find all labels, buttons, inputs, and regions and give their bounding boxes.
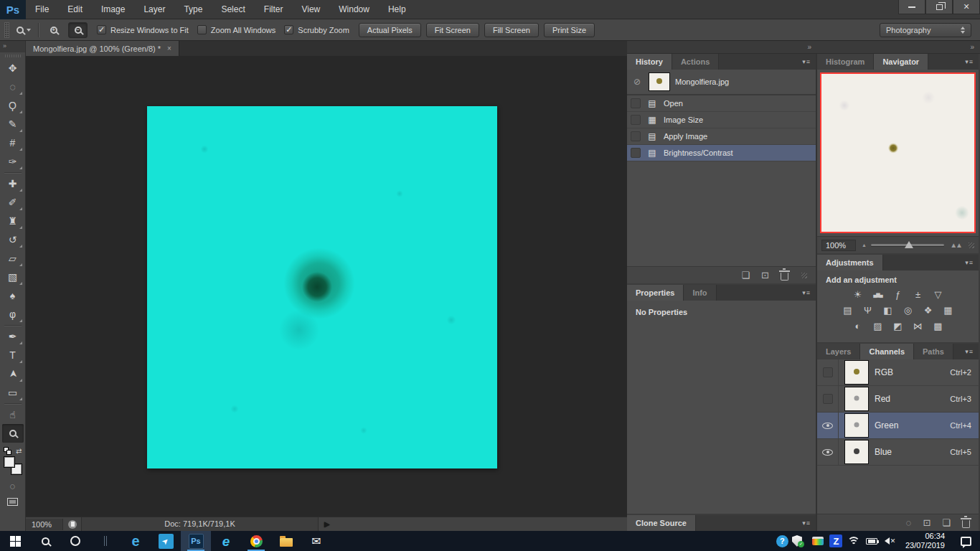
- taskbar-clock[interactable]: 06:34 23/07/2019: [899, 532, 951, 550]
- eye-icon[interactable]: [822, 423, 833, 429]
- dock-collapse-button-2[interactable]: »: [817, 41, 980, 53]
- new-document-from-state-icon[interactable]: ❏: [741, 270, 750, 281]
- levels-icon[interactable]: ▄▆▄: [870, 288, 887, 301]
- brush-tool[interactable]: ✐: [2, 193, 24, 212]
- eye-icon[interactable]: [822, 449, 833, 456]
- hidden-channel-box[interactable]: [823, 394, 833, 404]
- rectangle-tool[interactable]: ▭: [2, 383, 24, 402]
- hand-tool[interactable]: ☝: [2, 405, 24, 424]
- spot-healing-brush-tool[interactable]: ✚: [2, 174, 24, 193]
- option-scrubby-zoom[interactable]: ✓Scrubby Zoom: [284, 25, 349, 34]
- visibility-well[interactable]: [817, 413, 839, 438]
- tray-defender[interactable]: ✓: [791, 531, 809, 551]
- history-state-brightness-contrast[interactable]: ▤Brightness/Contrast: [627, 145, 816, 161]
- status-doc-sizes[interactable]: Doc: 719,1K/719,1K: [82, 517, 319, 531]
- taskbar-search-button[interactable]: [30, 531, 60, 551]
- channel-row-blue[interactable]: BlueCtrl+5: [817, 439, 979, 466]
- tab-info[interactable]: Info: [684, 285, 716, 301]
- pen-tool[interactable]: ✒: [2, 327, 24, 346]
- tab-clone-source[interactable]: Clone Source: [627, 515, 696, 531]
- blur-tool[interactable]: ♠: [2, 286, 24, 305]
- selective-color-icon[interactable]: ⋈: [910, 320, 927, 332]
- menu-help[interactable]: Help: [379, 0, 415, 19]
- restore-button[interactable]: [925, 0, 953, 14]
- posterize-icon[interactable]: ▨: [870, 320, 887, 332]
- panel-menu-icon[interactable]: ▾≡: [960, 255, 979, 270]
- hue-saturation-icon[interactable]: ▤: [839, 304, 857, 316]
- threshold-icon[interactable]: ◩: [890, 320, 907, 332]
- taskbar-photoshop[interactable]: Ps: [181, 531, 211, 551]
- tray-printer[interactable]: [809, 531, 827, 551]
- zoom-tool[interactable]: [2, 424, 24, 443]
- load-selection-icon[interactable]: ◌: [906, 517, 912, 528]
- tray-wifi[interactable]: [845, 531, 863, 551]
- zoom-out-button[interactable]: −: [68, 22, 88, 38]
- option-zoom-all-windows[interactable]: Zoom All Windows: [197, 25, 275, 34]
- menu-view[interactable]: View: [292, 0, 329, 19]
- black-white-icon[interactable]: ◧: [880, 304, 897, 316]
- tab-channels[interactable]: Channels: [860, 344, 914, 359]
- tab-adjustments[interactable]: Adjustments: [817, 255, 883, 270]
- eraser-tool[interactable]: ▱: [2, 249, 24, 268]
- menu-window[interactable]: Window: [329, 0, 379, 19]
- dodge-tool[interactable]: φ: [2, 305, 24, 324]
- swap-colors-icon[interactable]: ⇄: [16, 447, 22, 455]
- start-button[interactable]: [0, 531, 30, 551]
- tool-preset-picker[interactable]: [14, 27, 33, 34]
- workspace-switcher[interactable]: Photography: [880, 23, 971, 37]
- navigator-proxy-view[interactable]: [820, 72, 976, 233]
- tab-navigator[interactable]: Navigator: [874, 54, 928, 70]
- taskbar-edge[interactable]: e: [121, 531, 151, 551]
- panel-menu-icon[interactable]: ▾≡: [797, 54, 816, 70]
- tools-grip[interactable]: [5, 55, 21, 57]
- slider-thumb[interactable]: [905, 241, 913, 248]
- panel-resize-grip[interactable]: [801, 273, 807, 278]
- save-selection-icon[interactable]: ⊡: [923, 517, 930, 528]
- color-balance-icon[interactable]: Ψ: [859, 304, 877, 316]
- menu-filter[interactable]: Filter: [255, 0, 293, 19]
- hidden-channel-box[interactable]: [823, 367, 833, 377]
- channel-mixer-icon[interactable]: ❖: [920, 304, 937, 316]
- history-state-apply-image[interactable]: ▤Apply Image: [627, 128, 816, 145]
- action-center-button[interactable]: [951, 531, 980, 551]
- option-resize-windows-to-fit[interactable]: ✓Resize Windows to Fit: [97, 25, 189, 34]
- document-tab[interactable]: Mongolfiera.jpg @ 100% (Green/8) * ×: [26, 41, 179, 56]
- eyedropper-tool[interactable]: ✑: [2, 152, 24, 171]
- invert-icon[interactable]: ◐: [849, 320, 867, 332]
- close-button[interactable]: ✕: [953, 0, 980, 14]
- menu-layer[interactable]: Layer: [134, 0, 174, 19]
- history-brush-well[interactable]: [631, 98, 641, 108]
- move-tool[interactable]: ✥: [2, 59, 24, 77]
- color-lookup-icon[interactable]: ▦: [940, 304, 957, 316]
- tray-zonealarm[interactable]: Z: [827, 531, 845, 551]
- menu-edit[interactable]: Edit: [58, 0, 92, 19]
- visibility-well[interactable]: [817, 439, 839, 465]
- channel-row-rgb[interactable]: RGBCtrl+2: [817, 359, 979, 386]
- panel-menu-icon[interactable]: ▾≡: [797, 285, 816, 301]
- history-brush-well[interactable]: [631, 115, 641, 125]
- fill-screen-button[interactable]: Fill Screen: [484, 23, 539, 37]
- status-zoom-field[interactable]: 100%: [26, 519, 63, 530]
- default-colors-icon[interactable]: [4, 447, 11, 455]
- delete-state-icon[interactable]: [781, 273, 788, 281]
- history-state-image-size[interactable]: ▦Image Size: [627, 112, 816, 128]
- history-brush-source-icon[interactable]: ⊘: [631, 77, 644, 87]
- tab-close-icon[interactable]: ×: [167, 44, 171, 52]
- lasso-tool[interactable]: Ϙ: [2, 96, 24, 115]
- panel-menu-icon[interactable]: ▾≡: [960, 54, 979, 70]
- tab-histogram[interactable]: Histogram: [817, 54, 874, 70]
- menu-select[interactable]: Select: [212, 0, 254, 19]
- tab-layers[interactable]: Layers: [817, 344, 860, 359]
- quick-selection-tool[interactable]: ✎: [2, 115, 24, 133]
- dock-collapse-button-1[interactable]: »: [627, 41, 817, 53]
- taskbar-launcher-app[interactable]: ➤: [151, 531, 181, 551]
- clone-stamp-tool[interactable]: ♜: [2, 212, 24, 230]
- options-bar-grip[interactable]: [4, 22, 9, 38]
- panel-menu-icon[interactable]: ▾≡: [797, 515, 816, 531]
- history-brush-tool[interactable]: ↺: [2, 230, 24, 249]
- gradient-map-icon[interactable]: ▩: [930, 320, 947, 332]
- taskbar-internet-explorer[interactable]: e: [211, 531, 241, 551]
- type-tool[interactable]: T: [2, 346, 24, 364]
- print-size-button[interactable]: Print Size: [544, 23, 595, 37]
- visibility-well[interactable]: [817, 359, 839, 385]
